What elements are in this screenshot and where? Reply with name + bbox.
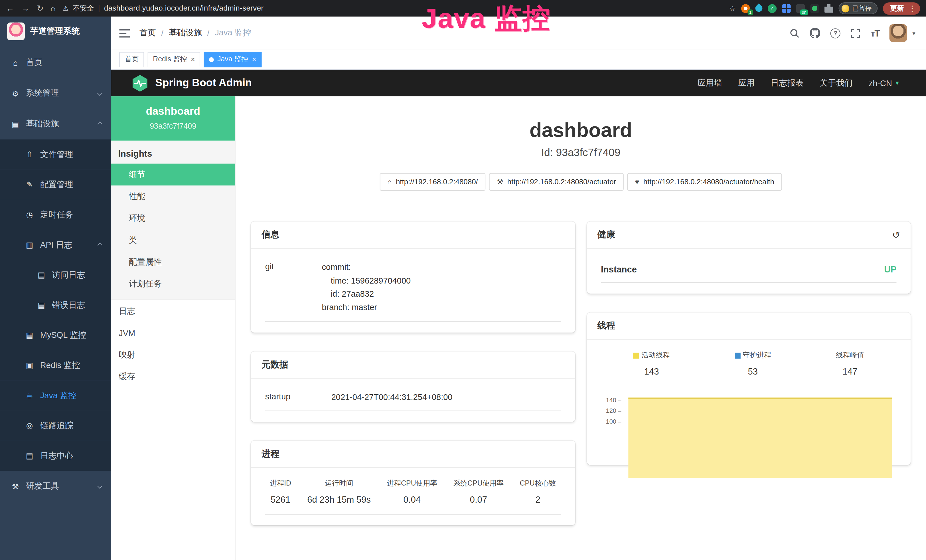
sba-item-details[interactable]: 细节 [111, 164, 235, 186]
sba-item-caches[interactable]: 缓存 [111, 366, 235, 388]
sba-nav-about[interactable]: 关于我们 [820, 77, 853, 88]
card-title: 健康 [598, 229, 615, 240]
sidebar-item-dashboard[interactable]: ⌂ 首页 [0, 47, 111, 78]
chevron-up-icon [97, 121, 102, 127]
update-button[interactable]: 更新 ⋮ [883, 2, 920, 14]
font-size-icon[interactable]: тT [871, 28, 879, 38]
home-icon: ⌂ [387, 178, 392, 186]
sba-item-classes[interactable]: 类 [111, 229, 235, 251]
browser-home-icon[interactable]: ⌂ [51, 4, 56, 12]
sba-locale-select[interactable]: zh-CN ▾ [869, 78, 899, 88]
page-title: dashboard [236, 119, 926, 142]
link-actuator-url[interactable]: ⚒ http://192.168.0.2:48080/actuator [489, 173, 624, 191]
sba-nav-applications[interactable]: 应用 [738, 77, 755, 88]
extension-check-icon[interactable]: ✓ [768, 4, 776, 12]
extensions-menu-icon[interactable] [825, 4, 833, 12]
sidebar-item-system-management[interactable]: ⚙ 系统管理 [0, 78, 111, 109]
breadcrumb-separator: / [161, 28, 163, 38]
app-logo[interactable]: 芋道管理系统 [0, 17, 111, 46]
extension-orange-icon[interactable]: 1 [741, 4, 750, 12]
address-bar[interactable]: ⚠ 不安全 | dashboard.yudao.iocoder.cn/infra… [63, 3, 722, 13]
sidebar-item-redis-monitor[interactable]: ▣ Redis 监控 [0, 350, 111, 381]
tools-icon: ⚒ [11, 482, 20, 491]
breadcrumb-item-home[interactable]: 首页 [139, 28, 156, 38]
tab-java-monitor[interactable]: Java 监控 × [204, 51, 261, 67]
sidebar-item-trace[interactable]: ◎ 链路追踪 [0, 410, 111, 441]
extension-leaf-icon[interactable] [810, 4, 819, 12]
chevron-down-icon: ▾ [896, 79, 899, 87]
tab-redis-monitor[interactable]: Redis 监控 × [148, 51, 200, 67]
threads-chart: 140 120 100 [601, 383, 896, 454]
legend-peak-threads: 线程峰值 147 [836, 350, 864, 376]
metadata-row-label: startup [265, 390, 331, 404]
url-text[interactable]: dashboard.yudao.iocoder.cn/infra/admin-s… [104, 4, 264, 12]
extension-dark-icon[interactable]: on [796, 4, 805, 12]
sba-item-scheduled-tasks[interactable]: 计划任务 [111, 273, 235, 295]
database-icon: ▦ [25, 331, 34, 340]
sidebar-item-scheduled-jobs[interactable]: ◷ 定时任务 [0, 200, 111, 230]
extension-grid-icon[interactable] [782, 4, 791, 12]
sidebar-item-api-logs[interactable]: ▥ API 日志 [0, 230, 111, 260]
metadata-row-value: 2021-04-27T00:44:31.254+08:00 [331, 390, 452, 404]
instance-links: ⌂ http://192.168.0.2:48080/ ⚒ http://192… [236, 173, 926, 191]
breadcrumb-item-infrastructure[interactable]: 基础设施 [169, 28, 202, 38]
sidebar-item-infrastructure[interactable]: ▤ 基础设施 [0, 109, 111, 139]
back-icon[interactable]: ← [6, 4, 14, 12]
browser-menu-icon[interactable]: ⋮ [908, 4, 916, 12]
sba-item-environment[interactable]: 环境 [111, 207, 235, 229]
user-avatar[interactable] [890, 24, 907, 42]
cards-area: 信息 git commit: time: 1596289704000 [236, 222, 926, 525]
sidebar-item-access-logs[interactable]: ▤ 访问日志 [0, 260, 111, 290]
sidebar-toggle-icon[interactable] [119, 29, 130, 37]
close-icon[interactable]: × [191, 56, 195, 63]
avatar-caret-icon[interactable]: ▾ [912, 30, 915, 36]
stat-pid: 进程ID 5261 [270, 479, 291, 505]
sidebar-item-label: 研发工具 [26, 481, 59, 492]
sidebar-item-label: MySQL 监控 [40, 330, 86, 341]
paused-badge[interactable]: 已暂停 [839, 2, 878, 14]
sba-item-performance[interactable]: 性能 [111, 185, 235, 207]
bookmark-star-icon[interactable]: ☆ [729, 4, 736, 12]
tags-view: 首页 Redis 监控 × Java 监控 × [111, 50, 926, 70]
header-actions: ? тT ▾ [790, 24, 915, 42]
sidebar-item-log-center[interactable]: ▤ 日志中心 [0, 441, 111, 471]
forward-icon[interactable]: → [21, 4, 30, 12]
card-header: 信息 [251, 222, 575, 249]
sba-instance-header[interactable]: dashboard 93a3fc7f7409 [111, 97, 235, 141]
screen: ← → ↻ ⌂ ⚠ 不安全 | dashboard.yudao.iocoder.… [0, 0, 926, 560]
sidebar-item-config-management[interactable]: ✎ 配置管理 [0, 170, 111, 200]
admin-sidebar: 芋道管理系统 ⌂ 首页 ⚙ 系统管理 ▤ 基础设施 ⇧ [0, 17, 111, 560]
sba-nav-wallboard[interactable]: 应用墙 [697, 77, 722, 88]
history-icon[interactable]: ↺ [892, 229, 900, 240]
search-icon[interactable] [790, 28, 800, 38]
reload-icon[interactable]: ↻ [36, 4, 43, 12]
sba-item-logs[interactable]: 日志 [111, 300, 235, 322]
help-icon[interactable]: ? [831, 28, 840, 38]
health-icon: ♥ [635, 178, 639, 186]
breadcrumb: 首页 / 基础设施 / Java 监控 [139, 28, 251, 38]
sidebar-item-java-monitor[interactable]: ☕ Java 监控 [0, 381, 111, 411]
link-root-url[interactable]: ⌂ http://192.168.0.2:48080/ [380, 173, 486, 191]
process-stats: 进程ID 5261 运行时间 6d 23h 15m 59s [265, 478, 561, 515]
sidebar-item-error-logs[interactable]: ▤ 错误日志 [0, 290, 111, 320]
instance-name: dashboard [116, 105, 230, 118]
health-row-instance[interactable]: Instance UP [601, 258, 896, 283]
warning-icon: ⚠ [63, 5, 68, 12]
sidebar-menu: ⌂ 首页 ⚙ 系统管理 ▤ 基础设施 ⇧ 文件管理 [0, 46, 111, 502]
legend-live-threads: 活动线程 143 [633, 350, 670, 376]
sidebar-item-dev-tools[interactable]: ⚒ 研发工具 [0, 471, 111, 501]
sba-item-jvm[interactable]: JVM [111, 322, 235, 344]
sidebar-item-file-management[interactable]: ⇧ 文件管理 [0, 139, 111, 170]
link-health-url[interactable]: ♥ http://192.168.0.2:48080/actuator/heal… [627, 173, 782, 191]
home-icon: ⌂ [11, 58, 20, 67]
sba-item-mappings[interactable]: 映射 [111, 344, 235, 366]
sba-item-config-props[interactable]: 配置属性 [111, 251, 235, 273]
tab-home[interactable]: 首页 [119, 51, 144, 67]
extension-drop-icon[interactable] [754, 3, 764, 13]
sba-brand[interactable]: Spring Boot Admin [131, 74, 252, 92]
fullscreen-icon[interactable] [851, 28, 861, 38]
close-icon[interactable]: × [252, 56, 256, 63]
sidebar-item-mysql-monitor[interactable]: ▦ MySQL 监控 [0, 320, 111, 350]
github-icon[interactable] [810, 28, 820, 38]
sba-nav-journal[interactable]: 日志报表 [770, 77, 803, 88]
